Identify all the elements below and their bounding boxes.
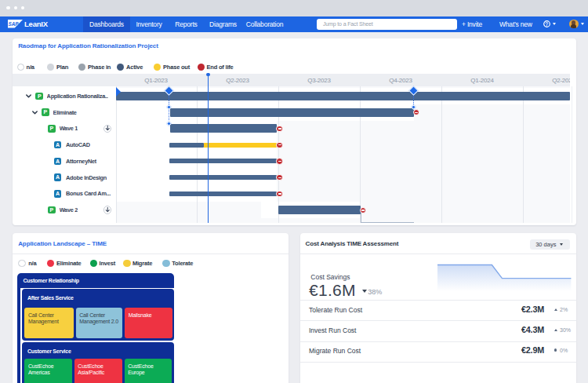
svg-text:SAP: SAP <box>9 20 19 27</box>
